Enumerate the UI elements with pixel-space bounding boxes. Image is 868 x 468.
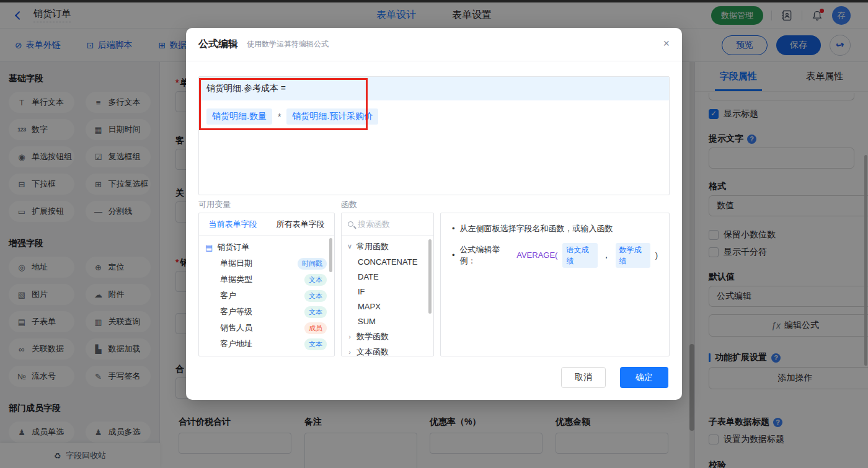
- functions-tree: ∨ 常用函数 CONCATENATE DATE IF MAPX SUM › 数学…: [342, 236, 433, 356]
- group-label: 常用函数: [356, 241, 389, 252]
- formula-editor-area[interactable]: 销货明细.参考成本 = 销货明细.数量 * 销货明细.预计采购价: [198, 76, 670, 195]
- close-icon[interactable]: ×: [663, 38, 670, 49]
- variables-scrollbar-thumb[interactable]: [329, 238, 332, 272]
- multiply-operator: *: [278, 112, 281, 121]
- form-doc-icon: ▤: [205, 243, 213, 252]
- cancel-button[interactable]: 取消: [561, 367, 606, 388]
- group-label: 数学函数: [356, 331, 389, 342]
- variable-name: 销售人员: [220, 322, 252, 333]
- variables-label: 可用变量: [198, 199, 231, 210]
- caret-down-icon: ∨: [347, 242, 353, 250]
- example-field-chip: 数学成绩: [616, 243, 650, 268]
- variable-name: 客户等级: [220, 306, 252, 317]
- caret-right-icon: ›: [347, 348, 353, 356]
- formula-target: 销货明细.参考成本 =: [199, 77, 669, 100]
- group-text-functions[interactable]: › 文本函数: [342, 344, 433, 356]
- group-math-functions[interactable]: › 数学函数: [342, 329, 433, 344]
- search-icon: [348, 221, 353, 227]
- group-label: 文本函数: [356, 347, 389, 357]
- formula-field-chip[interactable]: 销货明细.数量: [206, 108, 272, 125]
- variable-row-partial[interactable]: [199, 352, 334, 356]
- example-close-paren: ): [655, 250, 658, 261]
- confirm-button[interactable]: 确定: [620, 367, 668, 388]
- caret-right-icon: ›: [347, 333, 353, 340]
- functions-scrollbar-thumb[interactable]: [428, 239, 432, 314]
- function-search[interactable]: [342, 213, 433, 236]
- tip-example-prefix: 公式编辑举例：: [460, 244, 512, 267]
- function-item[interactable]: MAPX: [342, 299, 433, 314]
- variable-row[interactable]: 单据日期 时间戳: [199, 255, 334, 272]
- example-field-chip: 语文成绩: [562, 243, 597, 268]
- functions-label: 函数: [341, 199, 357, 210]
- type-badge: [303, 356, 327, 356]
- variable-row[interactable]: 客户等级 文本: [199, 304, 334, 320]
- modal-subtitle: 使用数学运算符编辑公式: [247, 39, 329, 50]
- formula-expression: 销货明细.数量 * 销货明细.预计采购价: [206, 108, 662, 125]
- function-item[interactable]: CONCATENATE: [342, 254, 433, 269]
- variables-tabs: 当前表单字段 所有表单字段: [199, 213, 334, 236]
- tree-root-form[interactable]: ▤ 销货订单: [199, 239, 334, 255]
- variable-name: 单据日期: [220, 258, 252, 269]
- group-common-functions[interactable]: ∨ 常用函数: [342, 239, 433, 254]
- tips-panel: • 从左侧面板选择字段名和函数，或输入函数 • 公式编辑举例： AVERAGE(…: [440, 213, 670, 356]
- variable-row[interactable]: 单据类型 文本: [199, 272, 334, 288]
- bullet-icon: •: [452, 250, 455, 261]
- variable-name: 客户地址: [220, 338, 252, 350]
- formula-editor-modal: 公式编辑 使用数学运算符编辑公式 × 销货明细.参考成本 = 销货明细.数量 *…: [186, 28, 682, 400]
- example-function-name: AVERAGE(: [516, 250, 557, 261]
- function-item[interactable]: DATE: [342, 269, 433, 284]
- modal-title: 公式编辑: [198, 38, 238, 51]
- tab-current-form-fields[interactable]: 当前表单字段: [199, 213, 267, 235]
- type-badge: 文本: [304, 290, 327, 302]
- formula-field-chip[interactable]: 销货明细.预计采购价: [286, 108, 378, 125]
- variable-row[interactable]: 客户 文本: [199, 288, 334, 304]
- tip-text: 从左侧面板选择字段名和函数，或输入函数: [460, 223, 613, 234]
- bullet-icon: •: [452, 223, 455, 234]
- function-item[interactable]: IF: [342, 284, 433, 299]
- variable-row[interactable]: 客户地址 文本: [199, 336, 334, 352]
- tip-line: • 从左侧面板选择字段名和函数，或输入函数: [452, 223, 658, 234]
- variable-row[interactable]: 销售人员 成员: [199, 320, 334, 336]
- example-comma: ，: [603, 250, 611, 261]
- type-badge: 文本: [304, 274, 327, 286]
- tab-all-form-fields[interactable]: 所有表单字段: [267, 213, 334, 235]
- root-label: 销货订单: [217, 242, 249, 253]
- function-item[interactable]: SUM: [342, 314, 433, 329]
- type-badge: 成员: [304, 322, 327, 334]
- type-badge: 文本: [304, 306, 327, 318]
- variables-tree: ▤ 销货订单 单据日期 时间戳 单据类型 文本 客户 文本 客户等级 文本: [199, 236, 334, 356]
- modal-header: 公式编辑 使用数学运算符编辑公式: [186, 28, 682, 61]
- variables-panel: 当前表单字段 所有表单字段 ▤ 销货订单 单据日期 时间戳 单据类型 文本 客户: [198, 213, 335, 356]
- tip-example-line: • 公式编辑举例： AVERAGE( 语文成绩 ， 数学成绩 ): [452, 243, 658, 268]
- type-badge: 文本: [304, 338, 327, 350]
- functions-panel: ∨ 常用函数 CONCATENATE DATE IF MAPX SUM › 数学…: [341, 213, 434, 356]
- variable-name: 单据类型: [220, 274, 252, 285]
- function-search-input[interactable]: [358, 219, 420, 229]
- type-badge: 时间戳: [298, 258, 327, 270]
- app-root: 销货订单 表单设计 表单设置 数据管理: [0, 0, 868, 468]
- variable-name: 客户: [220, 290, 236, 301]
